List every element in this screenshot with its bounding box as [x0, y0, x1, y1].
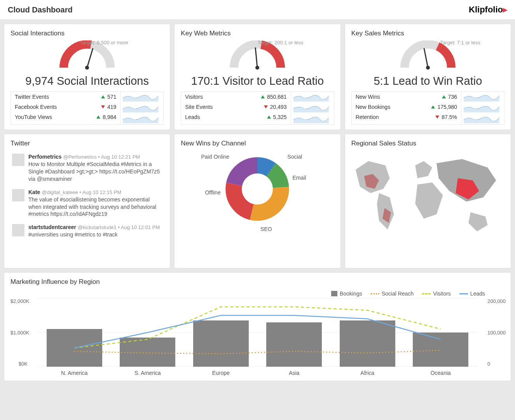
tweet-text: The value of #sociallistening becomes ex… — [28, 196, 162, 218]
metric-row: YouTube Views8,984 — [11, 112, 120, 122]
metric-value: 8,984 — [103, 114, 116, 120]
metric-label: YouTube Views — [15, 114, 52, 120]
gauge-target: Target: 7:1 or less — [440, 40, 480, 46]
card-key-web-metrics: Key Web Metrics Target: 200:1 or less 17… — [174, 24, 340, 130]
legend-swatch-leads — [459, 293, 468, 294]
avatar — [12, 154, 24, 166]
svg-line-0 — [87, 48, 93, 68]
y-axis-right: 200,000100,0000 — [485, 298, 505, 367]
tweet-meta: @Perfometrics • Aug 10 12:21 PM — [63, 154, 140, 160]
card-marketing-influence: Marketing Influence by Region Bookings S… — [4, 272, 511, 381]
svg-point-5 — [426, 66, 430, 70]
donut-label-social: Social — [287, 154, 302, 160]
sparkline-icon — [464, 104, 499, 112]
gauge-target: Target: 9,500 or more — [80, 40, 128, 46]
metric-row: Twitter Events571 — [11, 92, 120, 102]
metric-table: Twitter Events571Facebook Events419YouTu… — [10, 91, 164, 125]
tweet-username: Kate — [28, 189, 40, 195]
metric-value: 5,325 — [273, 114, 287, 120]
tweet-username: Perfometrics — [28, 154, 62, 160]
header: Cloud Dashboard Klipfolio▸ — [0, 0, 515, 20]
svg-line-4 — [424, 48, 428, 68]
tweet-item[interactable]: Kate @digital_kateee • Aug 10 12:15 PM T… — [10, 186, 164, 221]
avatar — [12, 189, 24, 201]
tweet-text: How to Monitor Multiple #SocialMedia #Me… — [28, 161, 162, 183]
tweet-item[interactable]: Perfometrics @Perfometrics • Aug 10 12:2… — [10, 150, 164, 186]
metric-label: Leads — [185, 114, 200, 120]
gauge-target: Target: 200:1 or less — [257, 40, 303, 46]
metric-row: New Wins736 — [352, 92, 461, 102]
donut-label-paid: Paid Online — [201, 154, 229, 160]
sparkline-icon — [293, 115, 329, 123]
metric-row: Retention87.5% — [352, 112, 461, 122]
tweet-meta: @digital_kateee • Aug 10 12:15 PM — [42, 189, 121, 195]
trend-up-icon — [101, 95, 105, 98]
card-title: Regional Sales Status — [351, 140, 505, 147]
card-new-wins-by-channel: New Wins by Channel Paid Online Social E… — [174, 134, 340, 268]
trend-down-icon — [435, 116, 439, 119]
avatar — [12, 224, 24, 236]
card-twitter: Twitter Perfometrics @Perfometrics • Aug… — [4, 134, 170, 268]
metric-value: 850,681 — [267, 94, 287, 100]
svg-point-10 — [234, 165, 281, 213]
card-title: Key Web Metrics — [181, 30, 334, 37]
metric-label: Visitors — [185, 94, 203, 100]
trend-up-icon — [96, 116, 100, 119]
metric-label: Retention — [356, 114, 379, 120]
metric-row: Facebook Events419 — [11, 102, 120, 112]
headline-metric: 170:1 Visitor to Lead Ratio — [181, 75, 334, 88]
metric-table: New Wins736New Bookings175,980Retention8… — [351, 91, 505, 125]
metric-row: Site Events20,493 — [181, 102, 290, 112]
sparkline-icon — [293, 104, 329, 112]
svg-point-1 — [85, 66, 89, 70]
tweet-item[interactable]: startstudentcareer @kickstartstude1 • Au… — [10, 221, 164, 242]
card-regional-sales-status: Regional Sales Status — [345, 134, 511, 268]
metric-value: 87.5% — [442, 114, 457, 120]
trend-down-icon — [264, 105, 268, 108]
trend-up-icon — [431, 105, 435, 108]
trend-up-icon — [442, 95, 446, 98]
metric-row: New Bookings175,980 — [352, 102, 461, 112]
x-axis: N. AmericaS. AmericaEuropeAsiaAfricaOcea… — [38, 370, 477, 376]
sparkline-icon — [464, 115, 499, 123]
trend-down-icon — [101, 105, 105, 108]
metric-label: Facebook Events — [15, 104, 57, 110]
card-key-sales-metrics: Key Sales Metrics Target: 7:1 or less 5:… — [345, 24, 511, 130]
metric-label: New Bookings — [356, 104, 391, 110]
donut-label-offline: Offline — [205, 189, 220, 196]
chart-legend: Bookings Social Reach Visitors Leads — [10, 289, 505, 298]
card-title: Twitter — [10, 140, 164, 147]
metric-value: 20,493 — [270, 104, 287, 110]
metric-value: 419 — [107, 104, 116, 110]
svg-point-3 — [255, 66, 259, 70]
donut-label-email: Email — [292, 175, 306, 181]
metric-value: 571 — [107, 94, 116, 100]
sparkline-icon — [293, 93, 329, 102]
metric-row: Visitors850,681 — [181, 92, 290, 102]
sparkline-icon — [123, 104, 159, 112]
overlay-lines — [38, 298, 477, 367]
card-title: Marketing Influence by Region — [10, 278, 505, 286]
svg-line-2 — [255, 47, 257, 68]
headline-metric: 9,974 Social Interactions — [10, 75, 164, 88]
card-title: Social Interactions — [10, 30, 164, 37]
donut-label-seo: SEO — [260, 226, 272, 232]
card-title: Key Sales Metrics — [351, 30, 505, 37]
card-title: New Wins by Channel — [181, 140, 334, 147]
metric-label: Site Events — [185, 104, 213, 110]
metric-value: 736 — [448, 94, 457, 100]
metric-label: Twitter Events — [15, 94, 49, 100]
tweet-username: startstudentcareer — [28, 224, 76, 230]
trend-up-icon — [261, 95, 265, 98]
sparkline-icon — [464, 93, 499, 102]
card-social-interactions: Social Interactions Target: 9,500 or mor… — [4, 24, 170, 130]
tweet-text: #universities using #metrics to #track — [28, 231, 160, 238]
sparkline-icon — [123, 115, 159, 123]
metric-row: Leads5,325 — [181, 112, 290, 122]
donut-chart-icon — [220, 152, 294, 226]
legend-swatch-bookings — [331, 291, 337, 296]
trend-up-icon — [267, 116, 271, 119]
tweet-list[interactable]: Perfometrics @Perfometrics • Aug 10 12:2… — [10, 150, 164, 263]
page-title: Cloud Dashboard — [8, 5, 73, 14]
metric-value: 175,980 — [437, 104, 457, 110]
